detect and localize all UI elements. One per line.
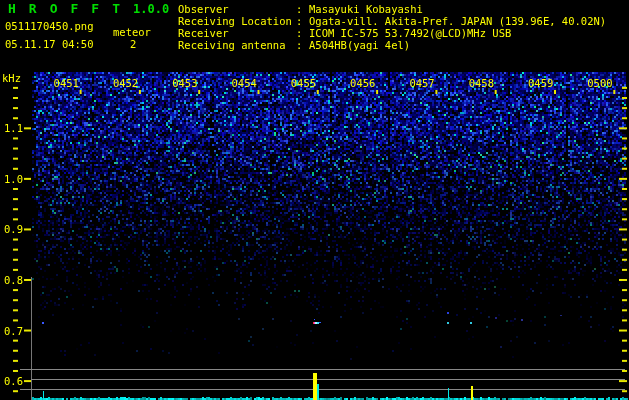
info-colon: :: [296, 27, 309, 39]
y-axis-tick-label: 1.0: [0, 173, 23, 185]
info-row: Receiving antenna: A504HB(yagi 4el): [178, 39, 606, 51]
y-axis-tick-label: 1.1: [0, 122, 23, 134]
time-label: 0459: [528, 77, 553, 89]
info-label: Receiving antenna: [178, 39, 296, 51]
info-row: Observer: Masayuki Kobayashi: [178, 3, 606, 15]
info-value: A504HB(yagi 4el): [309, 39, 410, 51]
info-colon: :: [296, 39, 309, 51]
spectrogram-canvas: [0, 0, 629, 400]
time-label: 0451: [54, 77, 79, 89]
y-axis-tick-label: 0.9: [0, 223, 23, 235]
observation-datetime: 05.11.17 04:50: [5, 38, 94, 50]
output-filename: 0511170450.png: [5, 20, 94, 32]
observation-mode: meteor: [113, 26, 151, 38]
info-row: Receiver: ICOM IC-575 53.7492(@LCD)MHz U…: [178, 27, 606, 39]
y-axis-unit-label: kHz: [2, 72, 21, 84]
app-title: HROFFT: [8, 1, 133, 16]
station-info: Observer: Masayuki KobayashiReceiving Lo…: [178, 3, 606, 51]
y-axis-tick-label: 0.6: [0, 375, 23, 387]
info-label: Receiving Location: [178, 15, 296, 27]
info-value: Masayuki Kobayashi: [309, 3, 423, 15]
app-version: 1.0.0: [133, 2, 169, 16]
time-label: 0456: [350, 77, 375, 89]
info-label: Receiver: [178, 27, 296, 39]
hrofft-screen: HROFFT 1.0.0 0511170450.png meteor 05.11…: [0, 0, 629, 400]
time-label: 0454: [232, 77, 257, 89]
time-label: 0453: [172, 77, 197, 89]
info-colon: :: [296, 15, 309, 27]
time-label: 0455: [291, 77, 316, 89]
info-value: Ogata-vill. Akita-Pref. JAPAN (139.96E, …: [309, 15, 606, 27]
time-label: 0452: [113, 77, 138, 89]
echo-count: 2: [130, 38, 136, 50]
info-row: Receiving Location: Ogata-vill. Akita-Pr…: [178, 15, 606, 27]
info-label: Observer: [178, 3, 296, 15]
y-axis-tick-label: 0.7: [0, 325, 23, 337]
info-colon: :: [296, 3, 309, 15]
time-label: 0500: [587, 77, 612, 89]
time-label: 0457: [409, 77, 434, 89]
info-value: ICOM IC-575 53.7492(@LCD)MHz USB: [309, 27, 511, 39]
y-axis-tick-label: 0.8: [0, 274, 23, 286]
time-label: 0458: [469, 77, 494, 89]
